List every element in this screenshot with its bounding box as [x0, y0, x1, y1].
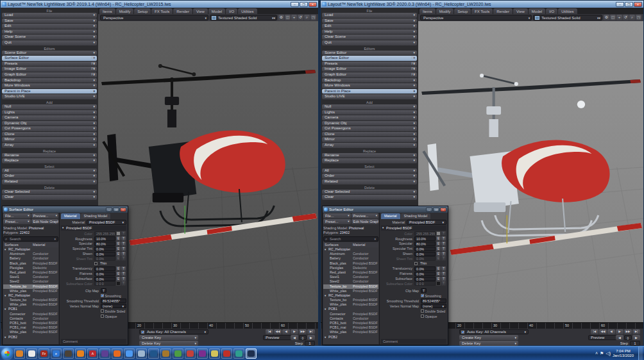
- viewport-control-icon[interactable]: ◳: [310, 15, 316, 20]
- sidebar-item[interactable]: Related▾: [2, 179, 97, 184]
- surface-list-item[interactable]: ▾RC_Helicopter: [3, 293, 58, 298]
- 3d-viewport[interactable]: [418, 21, 643, 322]
- surface-list-item[interactable]: ▾PCB2: [3, 335, 58, 340]
- menu-tab[interactable]: FX Tools: [471, 8, 493, 14]
- sidebar-item[interactable]: Dynamic Obj▾: [2, 121, 97, 126]
- surface-list-item[interactable]: ▾ContactsConductor: [323, 316, 378, 321]
- bsdf-section-header[interactable]: Principled BSDF: [61, 225, 126, 231]
- volume-icon[interactable]: ◁): [606, 351, 611, 356]
- surface-list-item[interactable]: ▾PCB2: [323, 335, 378, 340]
- surface-list-item[interactable]: ▾RC_Helicopter: [3, 247, 58, 252]
- viewport-control-icon[interactable]: ⌕: [304, 15, 310, 20]
- frame-back-button[interactable]: ◀: [616, 335, 623, 340]
- auto-key-dropdown[interactable]: Auto Key: All Channels▾: [139, 329, 208, 334]
- transport-button[interactable]: ▶▶: [299, 329, 307, 334]
- sidebar-item[interactable]: Null▾: [322, 104, 417, 110]
- preview-options-dropdown[interactable]: Preview...▾: [31, 213, 59, 218]
- viewport-control-icon[interactable]: ◳: [636, 15, 641, 20]
- transport-button[interactable]: ◀: [282, 329, 290, 334]
- sidebar-item[interactable]: Surface Editor▾F5: [2, 56, 97, 61]
- sidebar-item[interactable]: Image Editor▾F6: [2, 67, 97, 72]
- tree-expand-icon[interactable]: ▾: [4, 247, 6, 252]
- preset-dropdown[interactable]: Preset...▾: [323, 219, 351, 224]
- start-button[interactable]: [1, 348, 13, 359]
- sidebar-item[interactable]: Backdrop▾: [322, 78, 417, 83]
- auto-key-dropdown[interactable]: Auto Key: All Channels▾: [459, 329, 529, 334]
- tree-expand-icon[interactable]: ▾: [325, 293, 326, 298]
- material-param-row[interactable]: Color255 255 255ET: [61, 231, 126, 236]
- viewport-control-icon[interactable]: ◫: [610, 15, 616, 20]
- surface-list-item[interactable]: ▾White_plasPrincipled BSDF: [323, 289, 378, 293]
- sidebar-item[interactable]: Lights▾: [322, 110, 417, 115]
- sidebar-item[interactable]: Presets▾F8: [2, 61, 97, 67]
- sidebar-item[interactable]: Graph Editor▾F2: [2, 72, 97, 78]
- menu-tab[interactable]: Setup: [134, 8, 151, 14]
- tab-material[interactable]: Material: [381, 213, 400, 219]
- menu-tab[interactable]: Setup: [454, 8, 471, 14]
- edit-node-graph-button[interactable]: Edit Node Graph: [352, 219, 379, 224]
- sidebar-item[interactable]: Parent in Place▾: [322, 89, 417, 94]
- taskbar-app-icon[interactable]: [160, 348, 171, 359]
- sidebar-item[interactable]: Graph Editor▾F2: [322, 72, 417, 78]
- material-param-row[interactable]: Specular80.0%ET: [381, 241, 446, 247]
- surface-list-item[interactable]: ▾PlexiglasDielectric: [3, 266, 58, 270]
- surface-list-item[interactable]: ▾BatteryConductor: [323, 256, 378, 261]
- surface-list-item[interactable]: ▾Steel1Conductor: [3, 275, 58, 279]
- menu-tab[interactable]: Modify: [116, 8, 134, 14]
- tab-shading-model[interactable]: Shading Model: [81, 213, 111, 219]
- taskbar-app-icon[interactable]: [63, 348, 74, 359]
- sidebar-item[interactable]: Rename▾: [2, 153, 97, 158]
- sidebar-item[interactable]: Load▾: [322, 13, 417, 18]
- sidebar-item[interactable]: Clone▾: [2, 132, 97, 137]
- smoothing-checkbox[interactable]: [421, 294, 424, 297]
- taskbar-app-icon[interactable]: [209, 348, 220, 359]
- surface-list-item[interactable]: ▾Texture_boPrincipled BSDF: [323, 298, 378, 302]
- surface-list-item[interactable]: ▾Steel1Conductor: [323, 275, 378, 279]
- sidebar-item[interactable]: More Windows▾: [2, 83, 97, 88]
- tree-expand-icon[interactable]: ▾: [4, 293, 6, 298]
- material-param-row[interactable]: Subsurface Color0 0 0ET: [381, 281, 446, 286]
- viewport-control-icon[interactable]: +: [291, 15, 297, 20]
- sidebar-item[interactable]: Camera▾: [322, 115, 417, 120]
- sidebar-item[interactable]: Lights▾: [2, 110, 97, 115]
- smoothing-threshold-field[interactable]: 89.524655°: [421, 299, 446, 303]
- surface-list-item[interactable]: ▾Red_plastiPrincipled BSDF: [323, 270, 378, 275]
- menu-tab[interactable]: I/O: [226, 8, 237, 14]
- menu-tab[interactable]: Render: [173, 8, 192, 14]
- surface-editor-titlebar[interactable]: Surface Editor – ❐ ×: [323, 206, 448, 213]
- taskbar-app-icon[interactable]: e: [51, 348, 62, 359]
- comment-bar[interactable]: Comment: [381, 339, 446, 344]
- surface-list-item[interactable]: ▾White_plasPrincipled BSDF: [3, 302, 58, 307]
- sidebar-item[interactable]: Help▾: [2, 29, 97, 35]
- preset-dropdown[interactable]: Preset...▾: [3, 219, 31, 224]
- file-dropdown[interactable]: File...▾: [323, 213, 351, 218]
- sidebar-item[interactable]: Help▾: [322, 29, 417, 35]
- menu-tab[interactable]: Utilities: [558, 8, 577, 14]
- surface-list-item[interactable]: ▾PCB1_bottPrincipled BSDF: [323, 321, 378, 325]
- auto-key-checkbox[interactable]: [461, 331, 464, 334]
- tree-expand-icon[interactable]: ▾: [4, 335, 6, 340]
- sidebar-item[interactable]: Dynamic Obj▾: [322, 121, 417, 126]
- smoothing-threshold-field[interactable]: 89.524655°: [101, 299, 126, 303]
- transport-button[interactable]: ▶|: [307, 329, 315, 334]
- menu-tab[interactable]: I/O: [546, 8, 557, 14]
- sidebar-item[interactable]: Order▾: [322, 174, 417, 179]
- sidebar-item[interactable]: Parent in Place▾: [2, 89, 97, 94]
- maximize-button[interactable]: ❐: [300, 2, 308, 7]
- transport-button[interactable]: ◀: [607, 329, 615, 334]
- menu-tab[interactable]: Items: [99, 8, 115, 14]
- preview-options-dropdown[interactable]: Preview...▾: [352, 213, 379, 218]
- vertex-normal-map-dropdown[interactable]: (none)▾: [421, 304, 446, 308]
- viewport-control-icon[interactable]: ⚙: [604, 15, 609, 20]
- sidebar-item[interactable]: Quit▾: [322, 40, 417, 45]
- material-param-row[interactable]: Translucency0.0%ET: [61, 266, 126, 272]
- search-input[interactable]: ⌕Search▾: [3, 236, 58, 241]
- material-param-row[interactable]: Specular Tint0.0%ET: [61, 246, 126, 251]
- sidebar-item[interactable]: Cvt Powergons▾: [2, 126, 97, 131]
- surface-list-item[interactable]: ▾ConnectorPrincipled BSDF: [323, 312, 378, 316]
- sidebar-item[interactable]: Null▾: [2, 104, 97, 110]
- material-dropdown[interactable]: Principled BSDF▾: [407, 220, 446, 225]
- viewport-control-icon[interactable]: ⚙: [278, 15, 284, 20]
- material-param-row[interactable]: Flatness0.0%ET: [381, 271, 446, 276]
- transport-button[interactable]: ▶: [291, 329, 298, 334]
